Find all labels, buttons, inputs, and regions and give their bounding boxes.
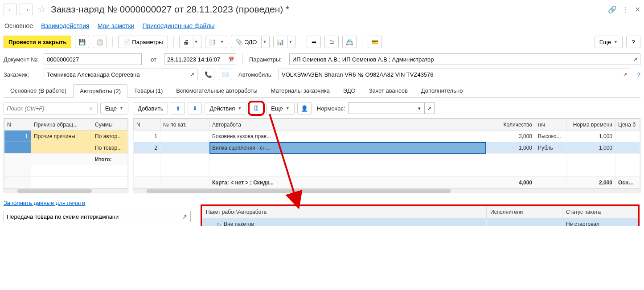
open-icon[interactable]: ↗ [631, 53, 640, 65]
packages-button[interactable]: 🗄 [249, 102, 263, 114]
table-row[interactable] [4, 165, 128, 177]
table-row[interactable]: 1 Боковина кузова прав... 3,000 Высоко..… [134, 131, 640, 142]
post-button[interactable]: 📋 [93, 36, 107, 48]
print-data-link[interactable]: Заполнить данные для печати [4, 200, 85, 206]
doc-number-label: Документ №: [4, 56, 39, 63]
h-scrollbar[interactable] [133, 188, 640, 193]
col-n[interactable]: N [134, 119, 160, 131]
h-scrollbar[interactable] [4, 188, 128, 193]
nav-notes[interactable]: Мои заметки [98, 22, 135, 29]
tree-row[interactable]: ▷Вне пакетовНе стартовал [202, 218, 638, 226]
subtab-main[interactable]: Основное (В работе) [4, 84, 73, 97]
open-icon[interactable]: ↗ [179, 211, 191, 222]
mail-button[interactable]: ✉️ [219, 69, 231, 80]
call-button[interactable]: 📞 [202, 69, 214, 80]
favorite-icon[interactable]: ☆ [37, 4, 46, 15]
move-up-button[interactable]: ⬆ [171, 102, 185, 114]
left-more-button[interactable]: Еще ▼ [100, 102, 128, 114]
subtab-advance[interactable]: Зачет авансов [362, 84, 414, 97]
action4-button[interactable]: 💳 [368, 36, 382, 48]
create-based-menu[interactable]: ▼ [219, 36, 227, 48]
col-n[interactable]: N [4, 119, 31, 131]
post-close-button[interactable]: Провести и закрыть [4, 36, 71, 48]
packages-panel: Пакет работ\Авторабота Исполнители Стату… [201, 204, 640, 226]
col-reason[interactable]: Причина обращ... [31, 119, 92, 131]
action1-button[interactable]: ➡ [307, 36, 321, 48]
action2-button[interactable]: 🗂 [324, 36, 339, 48]
more-label: Еще [599, 39, 611, 45]
subtab-aux[interactable]: Вспомогательные автоработы [169, 84, 264, 97]
edo-label: ЭДО [245, 39, 257, 45]
works-grid[interactable]: N № по кат. Авторабота Количество н/ч Но… [133, 118, 640, 193]
subtab-works[interactable]: Автоработы (2) [73, 84, 127, 98]
actions-label: Действия [209, 105, 235, 112]
car-help-icon[interactable]: ? [637, 71, 640, 78]
table-row[interactable] [134, 154, 640, 165]
actions-button[interactable]: Действия ▼ [205, 102, 246, 114]
report-button[interactable]: 📊 [273, 36, 287, 48]
print-menu[interactable]: ▼ [193, 36, 201, 48]
more-vert-icon[interactable]: ⋮ [622, 5, 629, 14]
reasons-grid[interactable]: N Причина обращ... Суммы 1 Прочие причин… [4, 118, 128, 193]
params-button[interactable]: 📄 Параметры [118, 36, 168, 48]
forward-button[interactable]: → [20, 4, 33, 15]
col-cat[interactable]: № по кат. [160, 119, 209, 131]
right-more-button[interactable]: Еще ▼ [266, 102, 294, 114]
table-row[interactable]: 1 Прочие причины По автор... [4, 131, 128, 142]
transfer-input[interactable] [4, 211, 179, 222]
subtab-materials[interactable]: Материалы заказчика [264, 84, 336, 97]
edo-menu[interactable]: ▼ [262, 36, 270, 48]
normhour-input[interactable] [348, 102, 415, 114]
col-sums[interactable]: Суммы [92, 119, 128, 131]
col-work[interactable]: Авторабота [209, 119, 486, 131]
separator [112, 37, 113, 47]
table-row[interactable]: По товар... [4, 142, 128, 154]
close-icon[interactable]: ✕ [635, 5, 640, 14]
table-row[interactable] [4, 177, 128, 188]
edo-button[interactable]: 📎 ЭДО [231, 36, 262, 48]
col-exec[interactable]: Исполнители [487, 206, 562, 218]
nav-files[interactable]: Присоединенные файлы [142, 22, 214, 29]
table-row-total[interactable]: Итого: [4, 154, 128, 165]
col-status[interactable]: Статус пакета [562, 206, 638, 218]
open-icon[interactable]: ↗ [425, 102, 435, 114]
col-time[interactable]: Норма времени [566, 119, 615, 131]
more-button[interactable]: Еще ▼ [595, 36, 623, 48]
add-button[interactable]: Добавить [133, 102, 168, 114]
action3-button[interactable]: 📇 [342, 36, 357, 48]
doc-number-input[interactable] [44, 53, 142, 65]
table-row[interactable] [134, 165, 640, 177]
nav-interactions[interactable]: Взаимодействия [41, 22, 90, 29]
nav-main[interactable]: Основное [4, 22, 33, 29]
link-icon[interactable]: 🔗 [608, 5, 617, 14]
separator [242, 54, 243, 64]
create-based-button[interactable]: 📑 [205, 36, 219, 48]
subtab-goods[interactable]: Товары (1) [127, 84, 169, 97]
print-button[interactable]: 🖨 [179, 36, 193, 48]
search-input[interactable] [7, 105, 87, 112]
help-button[interactable]: ? [626, 36, 640, 48]
subtab-extra[interactable]: Дополнительно [414, 84, 470, 97]
subtab-edo[interactable]: ЭДО [336, 84, 362, 97]
car-input[interactable] [279, 69, 620, 80]
col-nh[interactable]: н/ч [535, 119, 566, 131]
customer-input[interactable] [44, 69, 188, 80]
col-price[interactable]: Цена б [615, 119, 640, 131]
dropdown-icon[interactable]: ▾ [415, 102, 425, 114]
date-input[interactable] [164, 53, 226, 65]
car-label: Автомобиль: [238, 71, 274, 78]
move-down-button[interactable]: ⬇ [188, 102, 202, 114]
back-button[interactable]: ← [4, 4, 17, 15]
calendar-icon[interactable]: 📅 [226, 53, 236, 65]
clear-search-icon[interactable]: × [87, 105, 94, 112]
open-icon[interactable]: ↗ [188, 69, 197, 80]
search-box[interactable]: × [4, 102, 98, 114]
save-button[interactable]: 💾 [75, 36, 89, 48]
table-row[interactable]: 2 Вилка сцепления - сн... 1,000 Рубль 1,… [134, 142, 640, 154]
executor-button[interactable]: 👤 [297, 102, 312, 114]
open-icon[interactable]: ↗ [620, 69, 630, 80]
col-pack[interactable]: Пакет работ\Авторабота [202, 206, 487, 218]
col-qty[interactable]: Количество [486, 119, 535, 131]
params-input[interactable] [289, 53, 631, 65]
report-menu[interactable]: ▼ [287, 36, 295, 48]
